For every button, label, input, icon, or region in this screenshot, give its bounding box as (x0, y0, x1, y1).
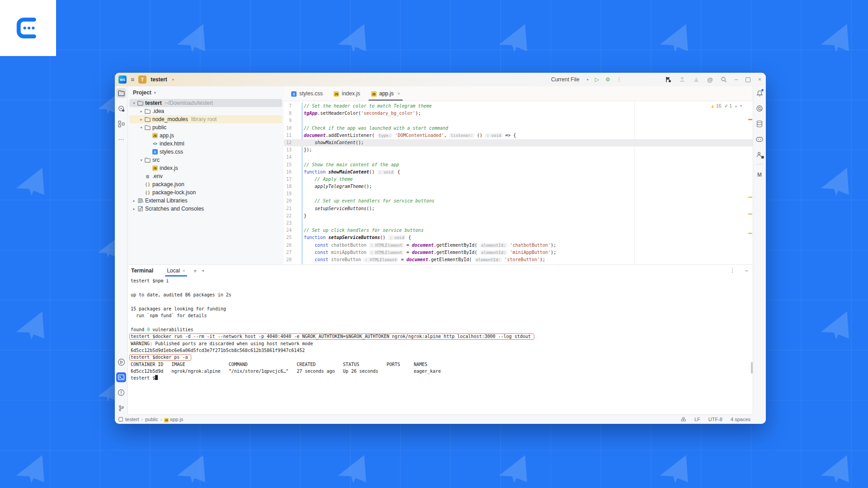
containers-icon[interactable] (681, 417, 686, 422)
merge-m-icon[interactable]: M (755, 170, 764, 180)
tree-chevron-icon[interactable]: ▸ (131, 199, 137, 203)
structure-tool-icon[interactable] (116, 119, 126, 129)
breadcrumb-app-js[interactable]: JSapp.js (164, 417, 183, 422)
code-line-13[interactable]: 13}); (284, 146, 754, 154)
tree-item-testert[interactable]: ▾testert~/Downloads/testert (129, 99, 282, 107)
tree-chevron-icon[interactable]: ▸ (138, 109, 144, 113)
tree-item-index-html[interactable]: <>index.html (129, 140, 282, 148)
profiler-flag-icon[interactable] (665, 76, 671, 83)
editor-tab-index-js[interactable]: JSindex.js (328, 86, 366, 101)
code-line-27[interactable]: 27 const miniAppButton : HTMLElement = d… (284, 249, 754, 256)
run-button[interactable]: ▷ (595, 76, 599, 83)
status-utf-8[interactable]: UTF-8 (708, 417, 722, 422)
code-line-28[interactable]: 28 const storeButton : HTMLElement = doc… (284, 256, 754, 263)
more-tools-icon[interactable]: ⋯ (116, 134, 126, 144)
update-pull-icon[interactable] (693, 76, 699, 83)
code-line-15[interactable]: 15// Show the main content of the app (284, 161, 754, 169)
tree-item-node-modules[interactable]: ▸node_moduleslibrary root (129, 115, 282, 123)
new-terminal-icon[interactable]: + (193, 267, 197, 274)
editor-pane: 3styles.cssJSindex.jsJSapp.js× ▲ 16 ✓ 1 … (284, 86, 754, 264)
tree-item-label: styles.css (160, 149, 183, 155)
tree-item-index-js[interactable]: JSindex.js (129, 164, 282, 172)
terminal-title[interactable]: Terminal (131, 267, 153, 274)
tree-item-styles-css[interactable]: 3styles.css (129, 148, 282, 156)
terminal-options-icon[interactable]: ⋮ (730, 267, 735, 274)
code-line-8[interactable]: 8tgApp.setHeaderColor('secondary_bg_colo… (284, 110, 754, 117)
tree-item-external-libraries[interactable]: ▸External Libraries (129, 197, 282, 205)
chevron-down-icon[interactable]: ▾ (587, 78, 589, 82)
tree-item-package-json[interactable]: { }package.json (129, 180, 282, 188)
problems-tool-icon[interactable] (116, 388, 126, 398)
tree-chevron-icon[interactable]: ▸ (131, 207, 137, 211)
code-line-10[interactable]: 10// Check if the app was launched with … (284, 125, 754, 132)
status-4-spaces[interactable]: 4 spaces (731, 417, 750, 422)
collaboration-icon[interactable] (755, 150, 764, 160)
close-tab-icon[interactable]: × (397, 91, 400, 96)
terminal-tool-icon[interactable] (116, 372, 126, 382)
chevron-down-icon[interactable]: ▾ (202, 269, 204, 273)
git-tool-icon[interactable] (116, 403, 126, 413)
tree-chevron-icon[interactable]: ▾ (138, 158, 144, 162)
tree-item-scratches-and-consoles[interactable]: ▸Scratches and Consoles (129, 205, 282, 213)
code-line-25[interactable]: 25function setupServiceButtons() : void … (284, 234, 754, 241)
breadcrumb-public[interactable]: public (145, 417, 158, 422)
settings-gear-icon[interactable]: ⚙ (605, 76, 610, 83)
terminal-tab-local[interactable]: Local × (165, 265, 187, 277)
hide-terminal-icon[interactable]: – (745, 267, 748, 274)
maximize-button[interactable] (745, 77, 750, 82)
more-actions-icon[interactable]: ⋮ (617, 76, 622, 83)
main-menu-icon[interactable]: ≡ (131, 76, 134, 83)
code-line-12[interactable]: 12 showMainContent(); (284, 139, 754, 146)
minimize-button[interactable]: – (735, 76, 738, 83)
tree-chevron-icon[interactable]: ▾ (131, 101, 137, 105)
code-line-11[interactable]: 11document.addEventListener( type: 'DOMC… (284, 132, 754, 139)
code-line-26[interactable]: 26 const chatbotButton : HTMLElement = d… (284, 242, 754, 249)
code-line-14[interactable]: 14 (284, 154, 754, 161)
code-line-17[interactable]: 17 // Apply theme (284, 176, 754, 183)
terminal-output[interactable]: testert $npm iup to date, audited 86 pac… (127, 277, 754, 415)
chevron-down-icon[interactable]: ▾ (172, 78, 174, 82)
notifications-bell-icon[interactable] (755, 88, 764, 98)
code-with-me-icon[interactable]: @ (707, 76, 713, 83)
code-line-16[interactable]: 16function showMainContent() : void { (284, 169, 754, 176)
tree-item-public[interactable]: ▾public (129, 123, 282, 131)
code-area[interactable]: ▲ 16 ✓ 1 ▴ ▾ 7// Set the header color to… (284, 101, 754, 264)
code-line-21[interactable]: 21 setupServiceButtons(); (284, 205, 754, 212)
commit-tool-icon[interactable] (116, 103, 126, 113)
code-line-19[interactable]: 19 (284, 190, 754, 197)
code-line-22[interactable]: 22} (284, 212, 754, 220)
chevron-down-icon[interactable]: ▾ (154, 91, 156, 95)
code-line-24[interactable]: 24// Set up click handlers for service b… (284, 227, 754, 234)
tree-chevron-icon[interactable]: ▸ (138, 117, 144, 122)
highlighted-command-box: testert $docker run -d --rm -it --networ… (129, 333, 534, 340)
project-name[interactable]: testert (151, 76, 167, 83)
tree-item-src[interactable]: ▾src (129, 156, 282, 164)
run-configuration-selector[interactable]: Current File (551, 76, 580, 83)
code-line-20[interactable]: 20 // Set up event handlers for service … (284, 197, 754, 205)
editor-tab-styles-css[interactable]: 3styles.css (286, 86, 328, 101)
ai-assistant-icon[interactable] (755, 103, 764, 113)
status-lf[interactable]: LF (694, 417, 700, 422)
tree-item-app-js[interactable]: JSapp.js (129, 131, 282, 140)
editor-tab-app-js[interactable]: JSapp.js× (366, 86, 406, 101)
code-line-9[interactable]: 9 (284, 117, 754, 124)
project-tool-icon[interactable] (116, 88, 126, 98)
search-everywhere-icon[interactable] (721, 76, 727, 83)
breadcrumb-testert[interactable]: testert (125, 417, 139, 422)
tree-item--idea[interactable]: ▸.idea (129, 107, 282, 115)
tree-item-package-lock-json[interactable]: { }package-lock.json (129, 188, 282, 197)
tree-item--env[interactable]: ≣.env (129, 172, 282, 180)
close-tab-icon[interactable]: × (183, 268, 185, 273)
commit-push-icon[interactable] (679, 76, 685, 83)
close-button[interactable]: × (758, 76, 761, 83)
code-line-18[interactable]: 18 applyTelegramTheme(); (284, 183, 754, 190)
tree-chevron-icon[interactable]: ▾ (138, 126, 144, 130)
database-icon[interactable] (755, 119, 764, 129)
code-line-23[interactable]: 23 (284, 220, 754, 227)
code-line-7[interactable]: 7// Set the header color to match Telegr… (284, 103, 754, 110)
project-panel-title[interactable]: Project (133, 89, 151, 96)
assistant-chat-icon[interactable] (755, 134, 764, 144)
window-icon[interactable] (118, 417, 123, 422)
titlebar: WS ≡ T testert ▾ Current File ▾ ▷ ⚙ ⋮ @ (115, 73, 766, 87)
run-tool-icon[interactable] (116, 357, 126, 367)
